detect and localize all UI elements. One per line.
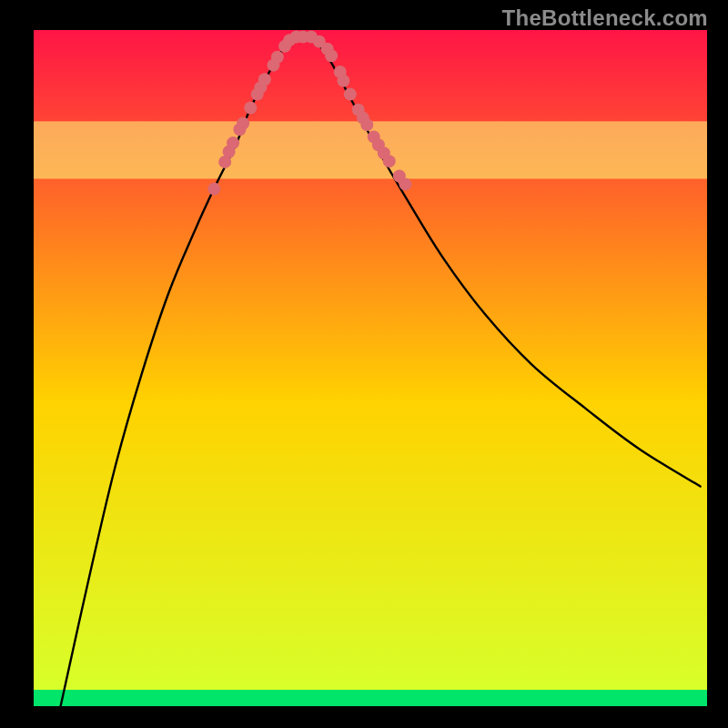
highlight-dot <box>344 88 357 101</box>
bottleneck-chart-svg <box>34 30 707 706</box>
highlight-dot <box>325 49 338 62</box>
highlight-dot <box>207 183 220 196</box>
highlight-dot <box>227 136 239 149</box>
watermark-text: TheBottleneck.com <box>502 5 708 31</box>
highlight-dot <box>258 73 271 86</box>
highlight-dot <box>237 117 249 130</box>
highlight-dot <box>337 75 349 87</box>
highlight-dot <box>244 101 257 114</box>
highlight-dot <box>383 155 396 167</box>
chart-frame: TheBottleneck.com <box>0 0 728 728</box>
green-baseline <box>34 690 707 706</box>
highlight-dot <box>271 51 284 64</box>
plot-area <box>34 30 707 706</box>
highlight-dot <box>399 177 411 190</box>
highlight-dot <box>360 118 373 131</box>
